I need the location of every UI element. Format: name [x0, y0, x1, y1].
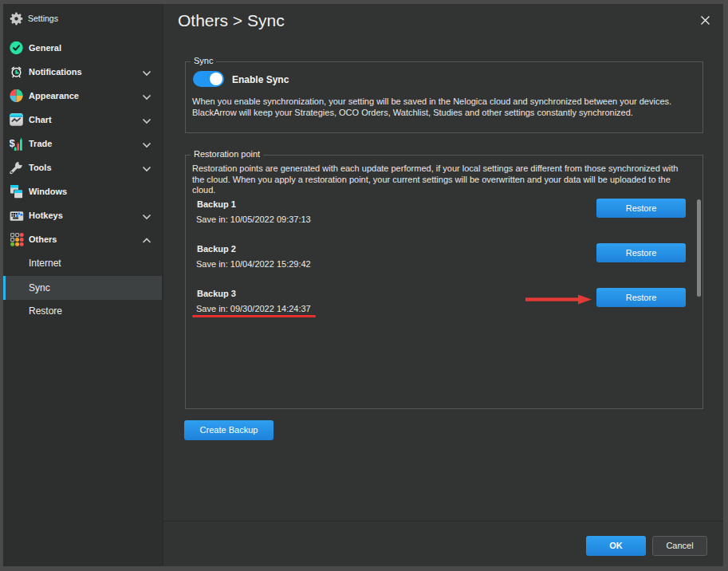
svg-text:$: $ [10, 137, 16, 149]
